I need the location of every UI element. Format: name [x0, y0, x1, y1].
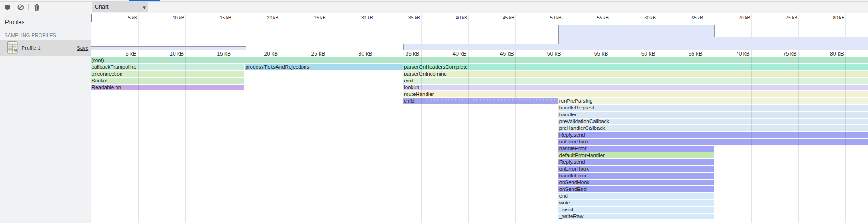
svg-text:%: %: [14, 48, 18, 53]
